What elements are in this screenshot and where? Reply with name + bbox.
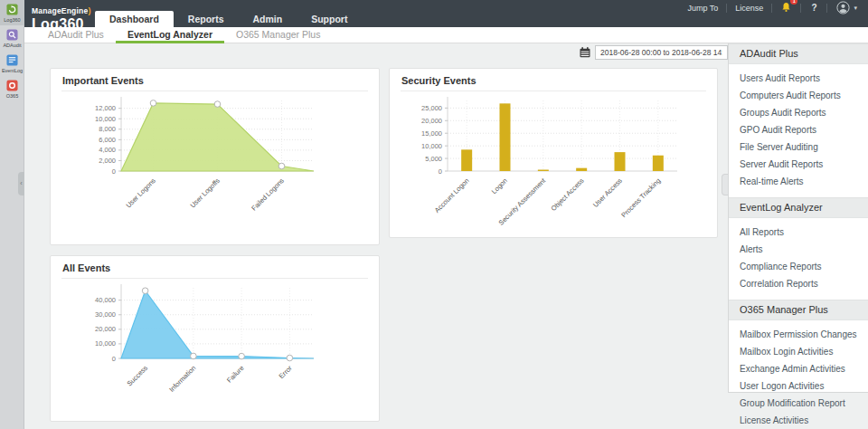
svg-text:User Logoffs: User Logoffs — [189, 176, 222, 210]
sidebar-link-alerts[interactable]: Alerts — [729, 241, 868, 258]
sidebar-link-compliance-reports[interactable]: Compliance Reports — [729, 258, 868, 275]
sidebar-link-mailbox-permission-changes[interactable]: Mailbox Permission Changes — [729, 326, 868, 343]
rail-item-label: O365 — [6, 93, 18, 99]
rail-item-adaudit[interactable]: ADAudit — [0, 25, 24, 51]
important-events-panel: Important Events 02,0004,0006,0008,00010… — [50, 68, 380, 245]
chevron-down-icon: ▾ — [854, 5, 857, 12]
brand-product: Log360 — [32, 17, 90, 31]
sidebar-link-real-time-alerts[interactable]: Real-time Alerts — [729, 173, 868, 190]
svg-text:Information: Information — [167, 364, 197, 394]
svg-text:Error: Error — [278, 364, 295, 381]
svg-text:User Access: User Access — [591, 176, 624, 209]
svg-text:0: 0 — [112, 167, 116, 176]
all-events-panel: All Events 010,00020,00030,00040,000Succ… — [50, 255, 380, 422]
rail-item-label: EventLog — [2, 68, 23, 73]
svg-text:30,000: 30,000 — [95, 310, 116, 319]
svg-text:0: 0 — [112, 355, 116, 363]
svg-text:25,000: 25,000 — [421, 104, 442, 112]
divider — [61, 91, 368, 91]
eventlog-icon — [6, 54, 18, 66]
tab-reports[interactable]: Reports — [174, 11, 239, 27]
svg-text:10,000: 10,000 — [95, 115, 116, 123]
svg-text:Failed Logons: Failed Logons — [250, 176, 286, 213]
rail-item-label: ADAudit — [3, 43, 21, 48]
svg-text:5,000: 5,000 — [425, 155, 442, 163]
date-range-bar — [580, 45, 728, 60]
rail-item-eventlog[interactable]: EventLog — [0, 51, 24, 76]
log360-icon — [6, 4, 18, 15]
svg-text:12,000: 12,000 — [95, 104, 116, 112]
sidebar-section-links: Users Audit ReportsComputers Audit Repor… — [729, 64, 868, 197]
svg-text:User Logons: User Logons — [124, 176, 157, 210]
svg-text:2,000: 2,000 — [99, 157, 116, 165]
sidebar-section-o365-manager-plus[interactable]: O365 Manager Plus — [729, 300, 868, 320]
all-events-chart[interactable]: 010,00020,00030,00040,000SuccessInformat… — [51, 281, 379, 416]
sidebar-link-license-activities[interactable]: License Activities — [729, 412, 868, 429]
svg-text:40,000: 40,000 — [95, 296, 116, 304]
sidebar-link-groups-audit-reports[interactable]: Groups Audit Reports — [729, 104, 868, 121]
svg-text:6,000: 6,000 — [99, 136, 116, 144]
sidebar-link-group-modification-report[interactable]: Group Modification Report — [729, 395, 868, 412]
topbar-tabs: DashboardReportsAdminSupport — [95, 0, 362, 27]
sidebar-section-adaudit-plus[interactable]: ADAudit Plus — [729, 43, 868, 64]
security-events-chart[interactable]: 05,00010,00015,00020,00025,000Account Lo… — [390, 93, 717, 233]
sidebar-collapse-handle[interactable] — [722, 174, 728, 195]
sidebar-link-server-audit-reports[interactable]: Server Audit Reports — [729, 156, 868, 173]
panel-title: Important Events — [51, 69, 379, 91]
jump-to-link[interactable]: Jump To — [679, 4, 726, 13]
brand-company: ManageEngine — [32, 6, 88, 15]
sidebar-link-gpo-audit-reports[interactable]: GPO Audit Reports — [729, 121, 868, 138]
tab-dashboard[interactable]: Dashboard — [95, 11, 174, 27]
svg-text:20,000: 20,000 — [95, 325, 116, 333]
left-app-rail: Log360ADAuditEventLogO365 ‹ — [0, 0, 24, 429]
calendar-icon[interactable] — [580, 47, 590, 58]
sidebar-link-exchange-admin-activities[interactable]: Exchange Admin Activities — [729, 360, 868, 377]
svg-text:10,000: 10,000 — [421, 142, 442, 150]
security-events-panel: Security Events 05,00010,00015,00020,000… — [389, 68, 718, 238]
license-link[interactable]: License — [727, 4, 771, 13]
notification-badge: 1 — [790, 0, 797, 5]
sidebar-section-links: Mailbox Permission ChangesMailbox Login … — [729, 320, 868, 429]
topbar-right: Jump To License 1 ? ▾ — [679, 2, 861, 14]
svg-text:8,000: 8,000 — [99, 125, 116, 133]
svg-text:Logon: Logon — [490, 176, 509, 195]
topbar: ManageEngine) Log360 DashboardReportsAdm… — [24, 0, 868, 27]
user-menu[interactable]: ▾ — [827, 1, 861, 14]
divider — [401, 91, 706, 91]
rail-collapse-handle[interactable]: ‹ — [18, 172, 24, 195]
sidebar-link-users-audit-reports[interactable]: Users Audit Reports — [729, 70, 868, 87]
tab-support[interactable]: Support — [297, 11, 362, 27]
panel-title: Security Events — [390, 69, 717, 91]
svg-text:15,000: 15,000 — [421, 129, 442, 138]
important-events-chart[interactable]: 02,0004,0006,0008,00010,00012,000User Lo… — [51, 93, 379, 240]
notifications-button[interactable]: 1 — [772, 0, 800, 16]
panel-title: All Events — [51, 256, 379, 278]
sidebar-link-computers-audit-reports[interactable]: Computers Audit Reports — [729, 87, 868, 104]
sidebar-link-correlation-reports[interactable]: Correlation Reports — [729, 275, 868, 292]
divider — [61, 278, 368, 279]
svg-text:4,000: 4,000 — [99, 146, 116, 154]
date-range-input[interactable] — [595, 45, 728, 60]
rail-item-o365[interactable]: O365 — [0, 76, 24, 101]
sidebar-link-file-server-auditing[interactable]: File Server Auditing — [729, 138, 868, 156]
svg-text:Process Tracking: Process Tracking — [619, 176, 662, 219]
help-button[interactable]: ? — [801, 3, 826, 13]
sidebar-link-all-reports[interactable]: All Reports — [729, 224, 868, 241]
product-subnav: ADAudit PlusEventLog AnalyzerO365 Manage… — [24, 27, 868, 43]
tab-admin[interactable]: Admin — [239, 11, 297, 27]
subnav-eventlog-analyzer[interactable]: EventLog Analyzer — [116, 27, 224, 43]
reports-sidebar: ADAudit PlusUsers Audit ReportsComputers… — [728, 43, 868, 393]
rail-item-log360[interactable]: Log360 — [0, 0, 24, 25]
svg-text:Success: Success — [126, 364, 150, 388]
svg-text:Failure: Failure — [225, 364, 246, 385]
sidebar-link-mailbox-login-activities[interactable]: Mailbox Login Activities — [729, 343, 868, 360]
brand-swoosh-icon: ) — [88, 6, 90, 15]
svg-text:Account Logon: Account Logon — [433, 176, 471, 214]
brand-logo[interactable]: ManageEngine) Log360 — [32, 1, 90, 31]
sidebar-section-eventlog-analyzer[interactable]: EventLog Analyzer — [729, 197, 868, 218]
o365-icon — [6, 80, 18, 91]
subnav-o365-manager-plus[interactable]: O365 Manager Plus — [224, 27, 332, 43]
sidebar-link-user-logon-activities[interactable]: User Logon Activities — [729, 377, 868, 395]
adaudit-icon — [6, 29, 18, 41]
bell-icon — [781, 2, 791, 13]
